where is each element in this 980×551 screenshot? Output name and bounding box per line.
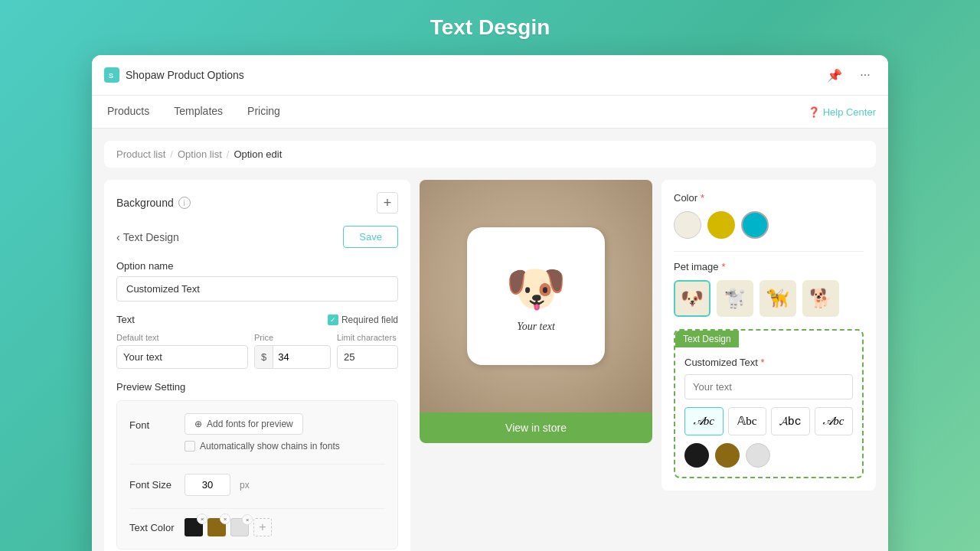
left-panel: Background i + ‹ Text Design Save Option… [104,180,410,551]
dog-emoji: 🐶 [505,260,567,318]
color-swatch-0[interactable]: × [185,518,203,536]
pet-image-label: Pet image [674,261,719,272]
color-dot-0[interactable] [684,443,709,468]
nav-item-products[interactable]: Products [104,96,152,128]
color-dot-2[interactable] [746,443,770,468]
auto-show-checkbox[interactable] [185,441,195,452]
app-window: S Shopaw Product Options 📌 ··· Products … [92,55,888,551]
page-title: Text Desgin [430,15,550,40]
color-circle-1[interactable] [707,211,735,239]
price-input-wrapper: $ [254,345,331,369]
nav-item-templates[interactable]: Templates [171,96,226,128]
color-swatch-2[interactable]: × [230,518,249,536]
app-name: Shopaw Product Options [126,69,244,81]
font-size-input[interactable] [185,474,230,496]
option-name-label: Option name [116,260,398,272]
required-field: ✓ Required field [328,315,398,325]
option-name-group: Option name [116,260,398,302]
add-fonts-icon: ⊕ [194,419,202,429]
main-layout: Background i + ‹ Text Design Save Option… [104,180,876,551]
font-style-2-label: 𝓐bc [779,416,802,429]
nav-item-pricing[interactable]: Pricing [244,96,283,128]
titlebar-right: 📌 ··· [824,64,876,86]
help-center-link[interactable]: ❓ Help Center [808,106,876,118]
color-dots-row [684,443,853,468]
text-color-row: Text Color × × × [129,518,385,536]
color-dot-1[interactable] [715,443,740,468]
pet-images: 🐶 🐩 🦮 🐕 [674,280,864,317]
pillow-background: 🐶 Your text [420,180,652,412]
divider-2 [129,508,385,509]
pet-thumb-0[interactable]: 🐶 [674,280,710,317]
nav-bar: Products Templates Pricing ❓ Help Center [92,96,888,129]
remove-color-0[interactable]: × [197,514,207,524]
default-text-input[interactable] [116,345,248,369]
save-button[interactable]: Save [343,226,398,248]
add-color-button[interactable]: + [253,518,272,536]
add-fonts-label: Add fonts for preview [207,419,293,429]
back-arrow-icon: ‹ [116,231,120,243]
color-circle-2[interactable] [741,211,769,239]
pillow-shape: 🐶 Your text [467,227,605,365]
nav-left: Products Templates Pricing [104,96,283,128]
pet-thumb-1[interactable]: 🐩 [717,280,753,317]
color-circles [674,211,864,239]
right-panel: Color * Pet image [662,180,876,551]
pet-thumb-3[interactable]: 🐕 [802,280,839,317]
customized-text-input[interactable] [684,374,853,399]
font-style-3-label: 𝒜bc [823,415,844,427]
remove-color-1[interactable]: × [220,514,230,524]
color-circle-0[interactable] [674,211,701,239]
pet-thumb-2[interactable]: 🦮 [760,280,796,317]
text-design-tag-label: Text Design [675,331,739,347]
required-checkbox[interactable]: ✓ [328,315,338,325]
your-text: Your text [517,321,555,333]
content-area: Product list / Option list / Option edit… [92,129,888,551]
breadcrumb-option-list[interactable]: Option list [178,148,222,160]
price-input[interactable] [273,346,312,368]
font-style-2[interactable]: 𝓐bc [771,407,810,435]
svg-text:S: S [109,72,113,80]
font-label: Font [129,413,175,431]
font-style-3[interactable]: 𝒜bc [815,407,854,435]
remove-color-2[interactable]: × [242,514,253,525]
titlebar-left: S Shopaw Product Options [104,67,244,83]
info-icon[interactable]: i [178,197,191,209]
color-label: Color [674,192,697,204]
font-size-row: Font Size px [129,474,385,496]
text-color-label: Text Color [129,522,175,533]
text-section-header: Text ✓ Required field [116,314,398,325]
right-divider-1 [674,251,864,252]
limit-chars-input[interactable] [337,345,398,369]
product-image: 🐶 Your text [420,180,652,412]
pet-image-section: Pet image * 🐶 🐩 🦮 🐕 [674,261,864,317]
font-style-0[interactable]: 𝒜bc [684,407,724,435]
font-style-grid: 𝒜bc 𝔸bc 𝓐bc 𝒜bc [684,407,853,435]
view-in-store-button[interactable]: View in store [420,412,652,443]
back-label: Text Design [123,231,179,243]
product-preview: 🐶 Your text View in store [420,180,652,443]
breadcrumb-product-list[interactable]: Product list [116,148,165,160]
divider-1 [129,464,385,465]
breadcrumb: Product list / Option list / Option edit [104,141,876,168]
more-icon[interactable]: ··· [854,64,876,86]
back-button[interactable]: ‹ Text Design [116,231,179,243]
text-design-content: Customized Text * 𝒜bc 𝔸bc [675,347,862,477]
pin-icon[interactable]: 📌 [824,64,845,86]
add-background-button[interactable]: + [377,192,398,214]
color-swatch-1[interactable]: × [207,518,226,536]
required-field-label: Required field [341,315,398,325]
breadcrumb-sep-1: / [170,148,173,160]
price-prefix: $ [255,346,273,368]
help-center-label: Help Center [823,106,876,118]
font-style-1[interactable]: 𝔸bc [728,407,767,435]
section-with-back: ‹ Text Design Save [116,226,398,248]
price-col-label: Price [254,333,331,342]
price-col: Price $ [254,333,331,369]
add-fonts-button[interactable]: ⊕ Add fonts for preview [185,413,303,435]
auto-show-text: Automatically show chains in fonts [200,441,340,452]
pet-required-dot: * [722,261,726,272]
customized-text-text: Customized Text [684,357,758,368]
titlebar: S Shopaw Product Options 📌 ··· [92,55,888,96]
option-name-input[interactable] [116,276,398,302]
